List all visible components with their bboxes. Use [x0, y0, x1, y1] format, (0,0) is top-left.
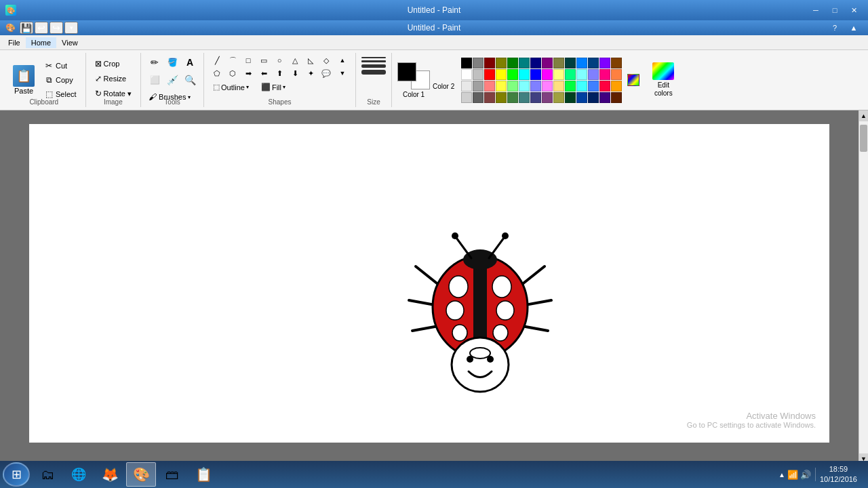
undo-button[interactable]: ↩ [35, 22, 48, 34]
swatch-medblue[interactable] [576, 92, 587, 103]
scroll-up-button[interactable]: ▲ [859, 110, 868, 121]
swatch-violet[interactable] [599, 58, 610, 68]
shape-curve[interactable]: ⌒ [225, 54, 240, 66]
swatch-darkpurple[interactable] [542, 92, 553, 103]
swatch-red[interactable] [484, 69, 495, 80]
quick-access-customize[interactable]: ▾ [64, 22, 78, 34]
menu-view[interactable]: View [56, 37, 83, 48]
eraser-tool[interactable]: ⬜ [146, 72, 163, 88]
shapes-scroll-up[interactable]: ▲ [335, 54, 350, 66]
swatch-blue[interactable] [576, 58, 587, 68]
swatch-medgray[interactable] [473, 81, 484, 92]
magnifier-tool[interactable]: 🔍 [182, 72, 198, 88]
tray-arrow[interactable]: ▲ [778, 471, 785, 479]
taskbar-app5[interactable]: 📋 [189, 462, 218, 487]
swatch-black[interactable] [461, 58, 472, 68]
picker-tool[interactable]: 💉 [164, 72, 180, 88]
swatch-lightsalmon[interactable] [484, 81, 495, 92]
swatch-lightyellow2[interactable] [496, 81, 507, 92]
swatch-darkcyan[interactable] [519, 92, 530, 103]
swatch-darknavy[interactable] [588, 92, 599, 103]
swatch-darkforest[interactable] [565, 92, 576, 103]
text-tool[interactable]: A [182, 54, 198, 70]
swatch-teal[interactable] [519, 58, 530, 68]
cut-button[interactable]: ✂ Cut [41, 59, 80, 73]
shape-hexagon[interactable]: ⬡ [225, 67, 240, 79]
taskbar-explorer2[interactable]: 🗃 [157, 462, 187, 487]
copy-button[interactable]: ⧉ Copy [41, 73, 80, 87]
shape-four-arrow[interactable]: ✦ [303, 67, 318, 79]
close-button[interactable]: ✕ [845, 3, 863, 18]
shape-line[interactable]: ╱ [210, 54, 224, 66]
shape-rounded-rect[interactable]: ▭ [256, 54, 271, 66]
maximize-button[interactable]: □ [826, 3, 844, 18]
outline-dropdown[interactable]: ⬚ Outline ▾ [210, 81, 252, 94]
swatch-white[interactable] [461, 69, 472, 80]
minimize-button[interactable]: ─ [807, 3, 825, 18]
swatch-darkred[interactable] [484, 58, 495, 68]
swatch-darkblue2[interactable] [588, 58, 599, 68]
swatch-navy[interactable] [530, 58, 541, 68]
swatch-yellow[interactable] [496, 69, 507, 80]
swatch-gold[interactable] [611, 81, 622, 92]
save-button[interactable]: 💾 [20, 22, 33, 34]
swatch-cyan[interactable] [519, 69, 530, 80]
shape-rect[interactable]: □ [241, 54, 256, 66]
swatch-darkteal2[interactable] [565, 58, 576, 68]
swatch-hotpink[interactable] [599, 69, 610, 80]
swatch-darkviolet[interactable] [599, 92, 610, 103]
resize-button[interactable]: ⤢ Resize [92, 72, 130, 85]
swatch-nearwhite[interactable] [461, 81, 472, 92]
canvas-scroll-inner[interactable]: Activate Windows Go to PC settings to ac… [0, 110, 859, 464]
swatch-lightyellow3[interactable] [553, 81, 564, 92]
swatch-lightgreen[interactable] [507, 81, 518, 92]
help-button[interactable]: ? [826, 20, 844, 35]
shape-right-arrow[interactable]: ➡ [241, 67, 256, 79]
shape-up-arrow[interactable]: ⬆ [272, 67, 287, 79]
menu-file[interactable]: File [3, 37, 26, 48]
fill-tool[interactable]: 🪣 [164, 54, 180, 70]
swatch-orange[interactable] [611, 69, 622, 80]
shape-down-arrow[interactable]: ⬇ [288, 67, 302, 79]
taskbar-file-explorer[interactable]: 🗂 [33, 462, 62, 487]
shape-ellipse[interactable]: ○ [272, 54, 287, 66]
taskbar-paint[interactable]: 🎨 [126, 462, 156, 487]
swatch-royalblue[interactable] [588, 81, 599, 92]
swatch-lime[interactable] [507, 69, 518, 80]
taskbar-firefox[interactable]: 🦊 [95, 462, 125, 487]
swatch-darkyellow2[interactable] [553, 92, 564, 103]
shapes-scroll-down[interactable]: ▼ [335, 67, 350, 79]
swatch-lightpink[interactable] [542, 81, 553, 92]
pencil-tool[interactable]: ✏ [146, 54, 163, 70]
clock[interactable]: 18:59 10/12/2016 [820, 464, 857, 485]
swatch-darkolive[interactable] [496, 92, 507, 103]
shape-left-arrow[interactable]: ⬅ [256, 67, 271, 79]
drawing-canvas[interactable]: Activate Windows Go to PC settings to ac… [29, 124, 829, 443]
swatch-silver[interactable] [473, 69, 484, 80]
accent-swatch[interactable] [627, 74, 639, 86]
edit-colors-button[interactable]: Edit colors [645, 59, 682, 101]
swatch-sienna[interactable] [611, 92, 622, 103]
paste-button[interactable]: 📋 Paste [8, 62, 39, 98]
swatch-lightcyan[interactable] [576, 69, 587, 80]
swatch-darkindigo[interactable] [530, 92, 541, 103]
scroll-track-v[interactable] [859, 121, 868, 453]
ribbon-collapse[interactable]: ▲ [845, 20, 863, 35]
vertical-scrollbar[interactable]: ▲ ▼ [859, 110, 868, 464]
start-button[interactable]: ⊞ [3, 462, 30, 487]
color1-box[interactable] [397, 62, 416, 81]
shape-pentagon[interactable]: ⬠ [210, 67, 224, 79]
swatch-olive[interactable] [496, 58, 507, 68]
size-selector[interactable] [361, 57, 386, 75]
shape-right-triangle[interactable]: ◺ [303, 54, 318, 66]
redo-button[interactable]: ↪ [50, 22, 63, 34]
swatch-forestgreen[interactable] [507, 92, 518, 103]
swatch-darkgreen[interactable] [507, 58, 518, 68]
menu-home[interactable]: Home [26, 37, 56, 48]
swatch-springgreen[interactable] [565, 69, 576, 80]
swatch-deeppink[interactable] [599, 81, 610, 92]
swatch-blue2[interactable] [530, 69, 541, 80]
shape-triangle[interactable]: △ [288, 54, 302, 66]
swatch-magenta[interactable] [542, 69, 553, 80]
swatch-lavender[interactable] [588, 69, 599, 80]
